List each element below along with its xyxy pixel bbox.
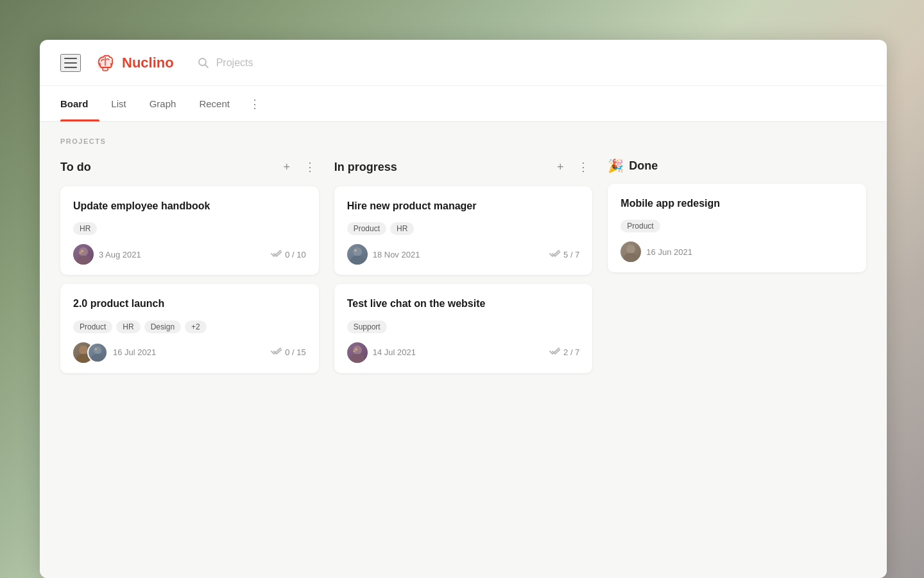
card-update-employee-footer: 3 Aug 2021 0 / 10 bbox=[73, 244, 306, 265]
column-todo-header: To do + ⋮ bbox=[60, 158, 319, 176]
card-live-chat-tags: Support bbox=[347, 320, 580, 333]
tab-list[interactable]: List bbox=[99, 86, 137, 121]
card-mobile-redesign-tags: Product bbox=[620, 220, 853, 232]
check-icon-1 bbox=[270, 249, 282, 260]
hamburger-button[interactable] bbox=[60, 54, 81, 72]
tag-more: +2 bbox=[185, 320, 207, 333]
column-todo-add-button[interactable]: + bbox=[278, 158, 296, 176]
column-inprogress-header: In progress + ⋮ bbox=[334, 158, 593, 176]
tag-hr-3: HR bbox=[390, 222, 414, 235]
section-label: PROJECTS bbox=[60, 137, 866, 145]
tag-product-1: Product bbox=[73, 320, 112, 333]
svg-point-14 bbox=[353, 346, 362, 355]
main-panel: Nuclino Projects Board List Graph Recent… bbox=[40, 40, 887, 578]
card-hire-manager-date: 18 Nov 2021 bbox=[373, 250, 420, 259]
logo-text: Nuclino bbox=[122, 55, 174, 71]
columns-container: To do + ⋮ Update employee handbook HR bbox=[60, 158, 866, 382]
card-live-chat-footer: 14 Jul 2021 2 / 7 bbox=[347, 342, 580, 363]
card-update-employee-date: 3 Aug 2021 bbox=[99, 250, 141, 259]
header: Nuclino Projects bbox=[40, 40, 887, 86]
card-hire-manager-title: Hire new product manager bbox=[347, 199, 580, 213]
tag-hr-2: HR bbox=[116, 320, 140, 333]
card-update-employee-left: 3 Aug 2021 bbox=[73, 244, 141, 265]
card-mobile-redesign-title: Mobile app redesign bbox=[620, 197, 853, 211]
check-icon-3 bbox=[549, 249, 560, 260]
column-inprogress-title: In progress bbox=[334, 161, 547, 174]
svg-point-5 bbox=[80, 252, 81, 254]
card-product-launch-tags: Product HR Design +2 bbox=[73, 320, 306, 333]
column-inprogress: In progress + ⋮ Hire new product manager… bbox=[334, 158, 593, 382]
column-todo-title: To do bbox=[60, 161, 273, 174]
check-icon-4 bbox=[549, 347, 560, 358]
card-mobile-redesign-left: 16 Jun 2021 bbox=[620, 241, 692, 262]
svg-point-8 bbox=[94, 346, 101, 354]
tag-design: Design bbox=[144, 320, 181, 333]
avatar-woman2 bbox=[87, 342, 108, 363]
card-mobile-redesign[interactable]: Mobile app redesign Product 16 Jun 2021 bbox=[608, 184, 866, 272]
tabs-bar: Board List Graph Recent ⋮ bbox=[40, 86, 887, 122]
card-product-launch-footer: 16 Jul 2021 0 / 15 bbox=[73, 342, 306, 363]
tag-product-3: Product bbox=[620, 220, 660, 232]
column-done-title: Done bbox=[629, 159, 866, 173]
column-todo-more-button[interactable]: ⋮ bbox=[301, 158, 319, 176]
svg-point-18 bbox=[626, 245, 635, 254]
svg-point-11 bbox=[353, 247, 362, 256]
svg-point-12 bbox=[350, 256, 364, 265]
card-hire-manager-checks: 5 / 7 bbox=[549, 249, 579, 260]
avatar-group bbox=[73, 342, 108, 363]
svg-point-6 bbox=[79, 346, 88, 355]
column-todo: To do + ⋮ Update employee handbook HR bbox=[60, 158, 319, 382]
avatar-woman1 bbox=[73, 244, 94, 265]
check-icon-2 bbox=[270, 347, 282, 358]
card-mobile-redesign-footer: 16 Jun 2021 bbox=[620, 241, 853, 262]
svg-point-13 bbox=[354, 249, 357, 252]
tab-recent[interactable]: Recent bbox=[187, 86, 241, 121]
svg-point-2 bbox=[79, 247, 88, 256]
card-product-launch[interactable]: 2.0 product launch Product HR Design +2 bbox=[60, 284, 319, 372]
card-update-employee-checks: 0 / 10 bbox=[270, 249, 306, 260]
card-hire-manager-left: 18 Nov 2021 bbox=[347, 244, 420, 265]
svg-point-19 bbox=[624, 253, 638, 262]
card-live-chat[interactable]: Test live chat on the website Support 14… bbox=[334, 284, 593, 372]
svg-point-16 bbox=[355, 348, 357, 351]
card-hire-manager-tags: Product HR bbox=[347, 222, 580, 235]
search-icon bbox=[197, 57, 210, 69]
svg-point-3 bbox=[76, 256, 90, 265]
card-product-launch-checks: 0 / 15 bbox=[270, 347, 306, 358]
tag-support: Support bbox=[347, 320, 387, 333]
logo-area: Nuclino bbox=[94, 51, 174, 74]
logo-icon bbox=[94, 51, 117, 74]
tag-product-2: Product bbox=[347, 222, 386, 235]
card-hire-manager-footer: 18 Nov 2021 5 / 7 bbox=[347, 244, 580, 265]
card-product-launch-left: 16 Jul 2021 bbox=[73, 342, 156, 363]
svg-point-1 bbox=[199, 58, 206, 66]
card-live-chat-checks: 2 / 7 bbox=[549, 347, 579, 358]
card-update-employee[interactable]: Update employee handbook HR 3 Aug 2021 bbox=[60, 186, 319, 275]
column-inprogress-add-button[interactable]: + bbox=[551, 158, 569, 176]
avatar-man2 bbox=[620, 241, 641, 262]
tab-graph[interactable]: Graph bbox=[138, 86, 188, 121]
content-area: PROJECTS To do + ⋮ Update employee handb… bbox=[40, 122, 887, 578]
card-update-employee-title: Update employee handbook bbox=[73, 199, 306, 213]
svg-point-17 bbox=[353, 350, 355, 352]
avatar-woman2b bbox=[347, 244, 368, 265]
card-product-launch-date: 16 Jul 2021 bbox=[113, 347, 156, 357]
card-hire-manager[interactable]: Hire new product manager Product HR 18 N… bbox=[334, 186, 593, 275]
card-live-chat-date: 14 Jul 2021 bbox=[373, 347, 416, 357]
svg-point-15 bbox=[350, 354, 364, 363]
column-done-header: 🎉 Done bbox=[608, 158, 866, 173]
column-inprogress-more-button[interactable]: ⋮ bbox=[574, 158, 592, 176]
card-product-launch-title: 2.0 product launch bbox=[73, 297, 306, 311]
svg-point-9 bbox=[91, 354, 103, 363]
tabs-more-button[interactable]: ⋮ bbox=[241, 86, 268, 121]
search-text: Projects bbox=[216, 57, 253, 69]
svg-point-4 bbox=[81, 250, 83, 252]
done-emoji: 🎉 bbox=[608, 158, 624, 173]
tag-hr: HR bbox=[73, 222, 97, 235]
tab-board[interactable]: Board bbox=[60, 86, 99, 121]
card-update-employee-tags: HR bbox=[73, 222, 306, 235]
column-done: 🎉 Done Mobile app redesign Product bbox=[608, 158, 866, 281]
card-live-chat-title: Test live chat on the website bbox=[347, 297, 580, 311]
card-mobile-redesign-date: 16 Jun 2021 bbox=[646, 247, 692, 257]
search-area[interactable]: Projects bbox=[197, 57, 253, 69]
